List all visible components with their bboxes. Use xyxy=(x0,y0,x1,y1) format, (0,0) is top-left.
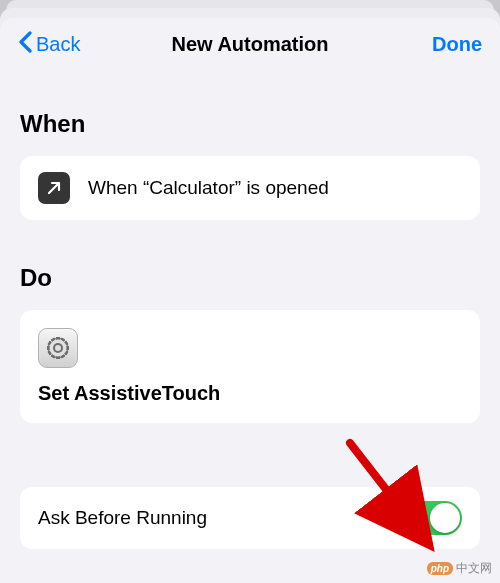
settings-app-icon xyxy=(38,328,78,368)
when-header: When xyxy=(20,110,480,138)
action-label: Set AssistiveTouch xyxy=(38,382,462,405)
app-open-icon xyxy=(38,172,70,204)
when-card[interactable]: When “Calculator” is opened xyxy=(20,156,480,220)
svg-point-3 xyxy=(55,345,61,351)
watermark-text: 中文网 xyxy=(456,560,492,577)
watermark-badge: php xyxy=(427,562,453,575)
back-label: Back xyxy=(36,33,80,56)
when-condition-text: When “Calculator” is opened xyxy=(88,177,329,199)
done-button[interactable]: Done xyxy=(432,33,482,56)
chevron-left-icon xyxy=(18,31,32,57)
back-button[interactable]: Back xyxy=(18,31,80,57)
ask-before-running-row: Ask Before Running xyxy=(20,487,480,549)
page-title: New Automation xyxy=(171,33,328,56)
do-header: Do xyxy=(20,264,480,292)
automation-sheet: Back New Automation Done When When “Calc… xyxy=(0,18,500,583)
do-card[interactable]: Set AssistiveTouch xyxy=(20,310,480,423)
ask-before-running-label: Ask Before Running xyxy=(38,507,207,529)
watermark: php 中文网 xyxy=(427,560,492,577)
nav-bar: Back New Automation Done xyxy=(0,18,500,70)
ask-before-running-toggle[interactable] xyxy=(406,501,462,535)
